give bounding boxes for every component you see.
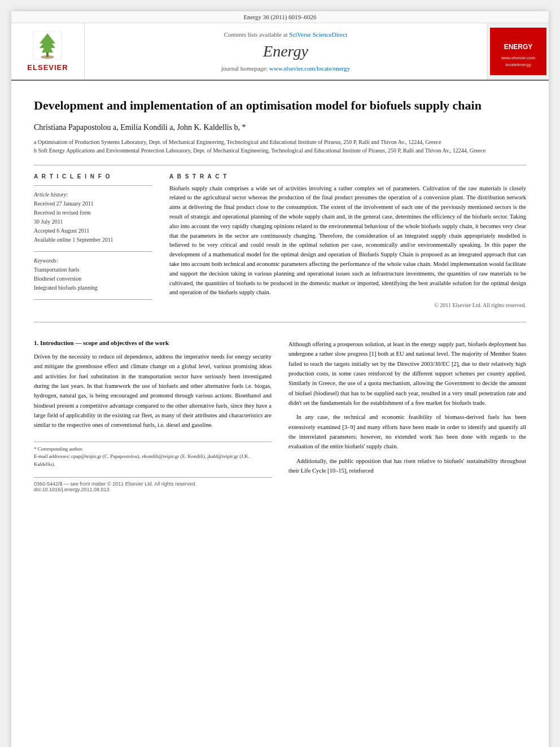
elsevier-label: ELSEVIER <box>27 63 68 72</box>
page: Energy 36 (2011) 6019–6026 ELSEVIER <box>11 11 549 747</box>
info-divider-mid <box>34 251 152 252</box>
keywords-group: Keywords: Transportation fuels Biodiesel… <box>34 257 152 292</box>
history-label: Article history: <box>34 191 152 198</box>
copyright: © 2011 Elsevier Ltd. All rights reserved… <box>169 302 526 308</box>
info-abstract-section: A R T I C L E I N F O Article history: R… <box>34 173 526 309</box>
journal-top-bar: Energy 36 (2011) 6019–6026 <box>11 11 549 23</box>
main-content: Development and implementation of an opt… <box>11 81 549 504</box>
elsevier-logo-area: ELSEVIER <box>11 23 85 80</box>
abstract-col: A B S T R A C T Biofuels supply chain co… <box>169 173 526 309</box>
elsevier-logo: ELSEVIER <box>27 31 68 72</box>
body-right-col: Although offering a prosperous solution,… <box>288 339 526 492</box>
keywords-label: Keywords: <box>34 257 152 264</box>
keyword-1: Transportation fuels <box>34 265 152 274</box>
svg-point-3 <box>41 55 54 59</box>
article-title: Development and implementation of an opt… <box>34 98 526 114</box>
sciverse-text: Contents lists available at SciVerse Sci… <box>224 31 347 38</box>
body-right-para1: Although offering a prosperous solution,… <box>288 339 526 408</box>
journal-title: Energy <box>263 42 308 60</box>
svg-text:locate/energy: locate/energy <box>505 63 531 67</box>
footnote-area: * Corresponding author. E-mail addresses… <box>34 442 272 469</box>
revised-date: 30 July 2011 <box>34 217 152 226</box>
footnote-email: E-mail addresses: cpap@teipir.gr (C. Pap… <box>34 453 272 468</box>
abstract-label: A B S T R A C T <box>169 173 526 180</box>
keyword-2: Biodiesel conversion <box>34 274 152 283</box>
body-left-para1: Driven by the necessity to reduce oil de… <box>34 352 272 430</box>
info-divider-bot <box>34 299 152 300</box>
journal-homepage: journal homepage: www.elsevier.com/locat… <box>221 65 350 72</box>
body-section: 1. Introduction — scope and objectives o… <box>34 339 526 492</box>
author-names: Christiana Papapostolou a, Emilia Kondil… <box>34 123 246 132</box>
svg-text:ENERGY: ENERGY <box>504 43 532 51</box>
svg-text:www.elsevier.com: www.elsevier.com <box>500 56 535 60</box>
info-divider-top <box>34 185 152 186</box>
email-label: E-mail addresses: <box>34 453 70 459</box>
section1-heading: 1. Introduction — scope and objectives o… <box>34 339 272 346</box>
bottom-bar: 0360-5442/$ — see front matter © 2011 El… <box>34 477 272 492</box>
keyword-3: Integrated biofuels planning <box>34 283 152 292</box>
received-date: Received 27 January 2011 <box>34 199 152 208</box>
journal-center-info: Contents lists available at SciVerse Sci… <box>85 23 487 80</box>
authors: Christiana Papapostolou a, Emilia Kondil… <box>34 123 526 132</box>
sciverse-link[interactable]: SciVerse ScienceDirect <box>289 31 347 38</box>
energy-logo: ENERGY www.elsevier.com locate/energy <box>490 28 546 75</box>
article-info-col: A R T I C L E I N F O Article history: R… <box>34 173 152 309</box>
available-date: Available online 1 September 2011 <box>34 235 152 244</box>
energy-logo-area: ENERGY www.elsevier.com locate/energy <box>487 23 549 80</box>
body-right-para2: In any case, the technical and economic … <box>288 412 526 451</box>
article-history: Article history: Received 27 January 201… <box>34 191 152 244</box>
journal-url[interactable]: www.elsevier.com/locate/energy <box>269 65 350 72</box>
footnote-corresponding: * Corresponding author. <box>34 445 272 453</box>
affiliation-a: a Optimisation of Production Systems Lab… <box>34 138 526 146</box>
body-right-para3: Additionally, the public opposition that… <box>288 456 526 476</box>
elsevier-tree-icon <box>30 31 64 62</box>
section-divider <box>34 322 526 322</box>
revised-label: Received in revised form <box>34 208 152 217</box>
header-divider <box>34 165 526 165</box>
article-info-label: A R T I C L E I N F O <box>34 173 152 180</box>
energy-logo-icon: ENERGY www.elsevier.com locate/energy <box>496 31 541 71</box>
body-left-text: Driven by the necessity to reduce oil de… <box>34 352 272 430</box>
abstract-text: Biofuels supply chain comprises a wide s… <box>169 184 526 298</box>
journal-citation: Energy 36 (2011) 6019–6026 <box>243 14 316 20</box>
issn-line: 0360-5442/$ — see front matter © 2011 El… <box>34 481 272 487</box>
affiliation-b: b Soft Energy Applications and Environme… <box>34 146 526 155</box>
doi-line: doi:10.1016/j.energy.2011.08.013 <box>34 487 272 492</box>
affiliations: a Optimisation of Production Systems Lab… <box>34 138 526 155</box>
body-right-text: Although offering a prosperous solution,… <box>288 339 526 475</box>
journal-header: ELSEVIER Contents lists available at Sci… <box>11 23 549 81</box>
body-left-col: 1. Introduction — scope and objectives o… <box>34 339 272 492</box>
accepted-date: Accepted 6 August 2011 <box>34 226 152 235</box>
